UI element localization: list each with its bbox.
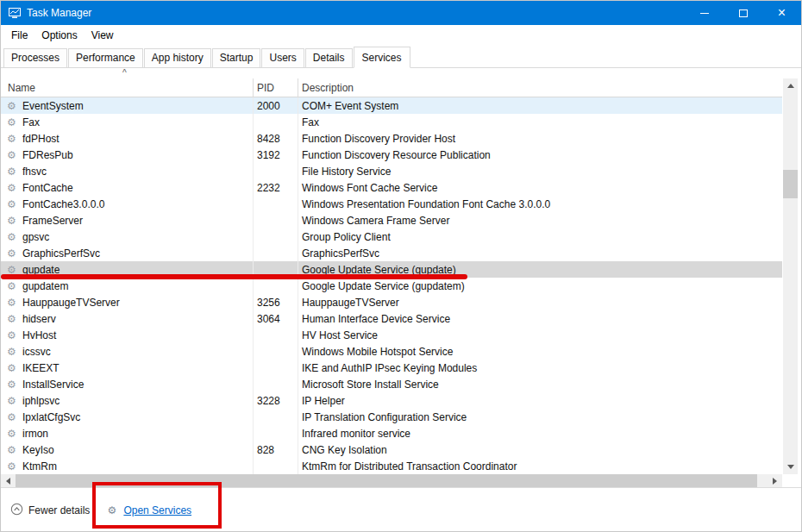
arrow-down-icon: [787, 465, 794, 473]
tab[interactable]: Performance: [68, 48, 143, 67]
service-name-label: IpxlatCfgSvc: [22, 411, 80, 423]
service-gear-icon: ⚙: [7, 379, 19, 390]
table-row[interactable]: ⚙ fdPHost 8428 Function Discovery Provid…: [1, 130, 782, 147]
table-row[interactable]: ⚙ irmon Infrared monitor service: [1, 425, 782, 441]
scroll-up-button[interactable]: [783, 78, 798, 93]
fewer-details-toggle[interactable]: Fewer details: [10, 503, 90, 518]
service-gear-icon: ⚙: [7, 248, 19, 259]
cell-service-name: ⚙ FrameServer: [1, 212, 254, 228]
cell-service-name: ⚙ FDResPub: [1, 147, 254, 163]
table-row[interactable]: ⚙ InstallService Microsoft Store Install…: [1, 376, 782, 392]
column-header-description[interactable]: Description: [298, 78, 782, 97]
vertical-scrollbar[interactable]: [783, 78, 798, 474]
cell-description: Group Policy Client: [298, 228, 782, 245]
table-row[interactable]: ⚙ Fax Fax: [1, 114, 782, 130]
chevron-up-circle-icon: [10, 503, 23, 518]
cell-description: Infrared monitor service: [298, 425, 782, 441]
table-row[interactable]: ⚙ hidserv 3064 Human Interface Device Se…: [1, 310, 782, 327]
cell-service-name: ⚙ IKEEXT: [1, 360, 254, 376]
cell-description: HauppaugeTVServer: [298, 294, 782, 310]
table-row[interactable]: ⚙ icssvc Windows Mobile Hotspot Service: [1, 343, 782, 360]
service-gear-icon: ⚙: [7, 461, 19, 472]
menu-bar: File Options View: [1, 25, 801, 45]
cell-description: Windows Mobile Hotspot Service: [298, 343, 782, 360]
service-gear-icon: ⚙: [7, 150, 19, 160]
table-row[interactable]: ⚙ gupdatem Google Update Service (gupdat…: [1, 278, 782, 294]
tab[interactable]: Startup: [212, 48, 261, 67]
table-row[interactable]: ⚙ gpsvc Group Policy Client: [1, 228, 782, 245]
table-row[interactable]: ⚙ EventSystem 2000 COM+ Event System: [1, 97, 782, 114]
cell-service-name: ⚙ gupdatem: [1, 278, 254, 294]
service-name-label: InstallService: [22, 379, 84, 391]
column-header-name[interactable]: Name ^: [1, 78, 254, 97]
cell-service-name: ⚙ hidserv: [1, 310, 254, 327]
window-controls: ×: [685, 1, 801, 25]
vertical-scrollbar-thumb[interactable]: [783, 170, 798, 198]
scroll-down-button[interactable]: [783, 460, 798, 474]
table-row[interactable]: ⚙ KeyIso 828 CNG Key Isolation: [1, 441, 782, 458]
menu-item[interactable]: File: [4, 27, 34, 44]
service-name-label: HauppaugeTVServer: [22, 297, 120, 309]
service-name-label: iphlpsvc: [22, 395, 60, 407]
maximize-button[interactable]: [724, 1, 762, 25]
service-name-label: gpsvc: [22, 231, 49, 243]
cell-pid: [254, 458, 298, 474]
cell-service-name: ⚙ GraphicsPerfSvc: [1, 245, 254, 261]
tab[interactable]: Processes: [3, 48, 67, 67]
table-row[interactable]: ⚙ FDResPub 3192 Function Discovery Resou…: [1, 147, 782, 163]
cell-pid: [254, 409, 298, 425]
table-row[interactable]: ⚙ KtmRm KtmRm for Distributed Transactio…: [1, 458, 782, 474]
service-gear-icon: ⚙: [7, 166, 19, 177]
cell-description: Human Interface Device Service: [298, 310, 782, 327]
service-name-label: KeyIso: [22, 444, 54, 456]
menu-item[interactable]: View: [85, 27, 121, 44]
close-icon: ×: [778, 6, 786, 20]
sort-ascending-icon: ^: [122, 68, 127, 78]
tab[interactable]: App history: [144, 48, 211, 67]
service-name-label: fhsvc: [22, 166, 47, 178]
cell-description: IKE and AuthIP IPsec Keying Modules: [298, 360, 782, 376]
scroll-right-button[interactable]: [768, 473, 782, 488]
column-header-pid[interactable]: PID: [254, 78, 298, 97]
close-button[interactable]: ×: [762, 1, 801, 25]
cell-service-name: ⚙ irmon: [1, 425, 254, 441]
cell-pid: [254, 196, 298, 212]
service-name-label: EventSystem: [22, 100, 84, 112]
task-manager-window: Task Manager × File Options View Process…: [0, 0, 802, 532]
table-row[interactable]: ⚙ iphlpsvc 3228 IP Helper: [1, 392, 782, 409]
service-gear-icon: ⚙: [7, 347, 19, 357]
cell-service-name: ⚙ HauppaugeTVServer: [1, 294, 254, 310]
service-gear-icon: ⚙: [7, 330, 19, 341]
cell-service-name: ⚙ FontCache3.0.0.0: [1, 196, 254, 212]
minimize-icon: [700, 13, 709, 14]
cell-description: HV Host Service: [298, 327, 782, 343]
service-name-label: GraphicsPerfSvc: [22, 247, 100, 260]
cell-service-name: ⚙ gpsvc: [1, 228, 254, 245]
arrow-left-icon: [3, 478, 10, 485]
table-row[interactable]: ⚙ IKEEXT IKE and AuthIP IPsec Keying Mod…: [1, 360, 782, 376]
service-name-label: fdPHost: [22, 133, 60, 145]
fewer-details-label: Fewer details: [28, 504, 90, 516]
tab[interactable]: Services: [354, 47, 410, 68]
cell-service-name: ⚙ fdPHost: [1, 130, 254, 147]
table-row[interactable]: ⚙ FrameServer Windows Camera Frame Serve…: [1, 212, 782, 228]
table-row[interactable]: ⚙ IpxlatCfgSvc IP Translation Configurat…: [1, 409, 782, 425]
tab[interactable]: Users: [261, 48, 304, 67]
service-name-label: KtmRm: [22, 460, 57, 473]
cell-description: Fax: [298, 114, 782, 130]
service-gear-icon: ⚙: [7, 445, 19, 455]
table-row[interactable]: ⚙ FontCache 2232 Windows Font Cache Serv…: [1, 179, 782, 196]
table-row[interactable]: ⚙ fhsvc File History Service: [1, 163, 782, 179]
minimize-button[interactable]: [685, 1, 724, 25]
service-gear-icon: ⚙: [7, 429, 19, 439]
table-row[interactable]: ⚙ GraphicsPerfSvc GraphicsPerfSvc: [1, 245, 782, 261]
table-row[interactable]: ⚙ FontCache3.0.0.0 Windows Presentation …: [1, 196, 782, 212]
tab[interactable]: Details: [305, 48, 353, 67]
scroll-left-button[interactable]: [1, 473, 16, 488]
menu-item[interactable]: Options: [34, 27, 84, 44]
table-row[interactable]: ⚙ HvHost HV Host Service: [1, 327, 782, 343]
cell-pid: [254, 343, 298, 360]
cell-pid: [254, 245, 298, 261]
table-row[interactable]: ⚙ HauppaugeTVServer 3256 HauppaugeTVServ…: [1, 294, 782, 310]
maximize-icon: [739, 9, 748, 17]
